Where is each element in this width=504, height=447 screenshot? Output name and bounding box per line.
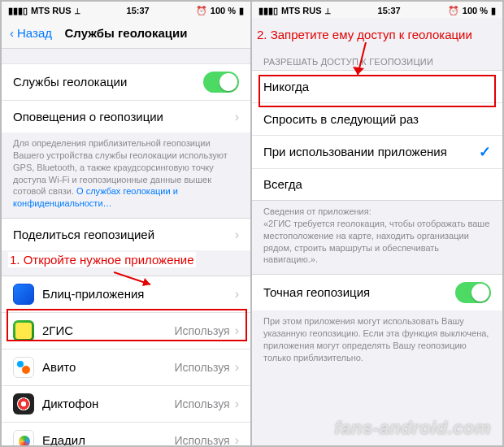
permission-option[interactable]: Никогда bbox=[252, 70, 502, 102]
app-name: Диктофон bbox=[42, 397, 174, 411]
row-precise-location[interactable]: Точная геопозиция bbox=[252, 274, 502, 310]
alarm-icon: ⏰ bbox=[196, 6, 207, 16]
option-label: Никогда bbox=[263, 80, 491, 94]
battery-label: 100 % bbox=[211, 6, 236, 15]
section-header: РАЗРЕШАТЬ ДОСТУП К ГЕОПОЗИЦИИ bbox=[252, 49, 502, 70]
permission-option[interactable]: Спросить в следующий раз bbox=[252, 102, 502, 135]
app-icon bbox=[13, 430, 34, 445]
chevron-right-icon: › bbox=[235, 360, 239, 375]
app-status: Используя bbox=[174, 434, 229, 445]
watermark: fans-android.com bbox=[334, 418, 491, 439]
wifi-icon: ⟂ bbox=[325, 6, 331, 15]
app-status: Используя bbox=[174, 324, 229, 337]
row-label: Точная геопозиция bbox=[263, 285, 455, 300]
app-name: 2ГИС bbox=[42, 323, 174, 338]
option-label: При использовании приложения bbox=[263, 145, 479, 159]
app-row[interactable]: Блиц-приложения› bbox=[2, 276, 250, 312]
row-label: Поделиться геопозицией bbox=[13, 228, 235, 242]
chevron-right-icon: › bbox=[235, 110, 239, 124]
page-title: Службы геолокации bbox=[65, 26, 188, 40]
battery-icon: ▮ bbox=[491, 6, 496, 16]
clock-label: 15:37 bbox=[127, 6, 150, 15]
carrier-label: MTS RUS bbox=[31, 6, 72, 15]
row-label: Оповещения о геопозиции bbox=[13, 110, 235, 124]
app-info-footer: Сведения от приложения: «2ГИС требуется … bbox=[252, 201, 502, 274]
row-location-alerts[interactable]: Оповещения о геопозиции › bbox=[2, 100, 250, 132]
signal-icon: ▮▮▮▯ bbox=[8, 6, 28, 16]
option-label: Всегда bbox=[263, 177, 491, 192]
carrier-label: MTS RUS bbox=[281, 6, 322, 15]
app-row[interactable]: ДиктофонИспользуя› bbox=[2, 385, 250, 422]
wifi-icon: ⟂ bbox=[75, 6, 80, 15]
back-button[interactable]: ‹ Назад bbox=[10, 26, 52, 40]
nav-bar: ‹ Назад Службы геолокации bbox=[2, 18, 250, 49]
section-footer: При этом приложения могут использовать В… bbox=[252, 310, 502, 371]
app-icon bbox=[13, 284, 34, 305]
app-row[interactable]: АвитоИспользуя› bbox=[2, 349, 250, 385]
clock-label: 15:37 bbox=[378, 6, 401, 15]
toggle-switch[interactable] bbox=[455, 282, 491, 303]
check-icon: ✓ bbox=[479, 143, 491, 161]
app-name: Блиц-приложения bbox=[42, 287, 235, 302]
chevron-right-icon: › bbox=[235, 287, 239, 302]
chevron-right-icon: › bbox=[235, 433, 239, 445]
chevron-right-icon: › bbox=[235, 397, 239, 411]
option-label: Спросить в следующий раз bbox=[263, 112, 491, 127]
section-footer: Данный iPhone используется для обмена bbox=[2, 250, 250, 276]
app-icon bbox=[13, 320, 34, 341]
chevron-left-icon: ‹ bbox=[10, 26, 14, 40]
toggle-switch[interactable] bbox=[203, 72, 239, 93]
app-status: Используя bbox=[174, 397, 229, 410]
app-icon bbox=[13, 393, 34, 414]
alarm-icon: ⏰ bbox=[448, 6, 459, 16]
app-status: Используя bbox=[174, 361, 229, 374]
row-location-services[interactable]: Службы геолокации bbox=[2, 63, 250, 100]
app-name: Авито bbox=[42, 360, 174, 375]
row-label: Службы геолокации bbox=[13, 75, 203, 89]
app-name: Едадил bbox=[42, 433, 174, 445]
chevron-right-icon: › bbox=[235, 228, 239, 242]
permission-option[interactable]: При использовании приложения✓ bbox=[252, 135, 502, 168]
app-row[interactable]: ЕдадилИспользуя› bbox=[2, 422, 250, 445]
app-icon bbox=[13, 357, 34, 378]
status-bar: ▮▮▮▯ MTS RUS ⟂ 15:37 ⏰ 100 % ▮ bbox=[252, 2, 502, 18]
permission-option[interactable]: Всегда bbox=[252, 168, 502, 201]
status-bar: ▮▮▮▯ MTS RUS ⟂ 15:37 ⏰ 100 % ▮ bbox=[2, 2, 250, 18]
section-footer: Для определения приблизительной геопозиц… bbox=[2, 132, 250, 218]
signal-icon: ▮▮▮▯ bbox=[259, 6, 278, 16]
battery-icon: ▮ bbox=[239, 6, 244, 16]
row-share-location[interactable]: Поделиться геопозицией › bbox=[2, 218, 250, 250]
battery-label: 100 % bbox=[463, 6, 488, 15]
app-row[interactable]: 2ГИСИспользуя› bbox=[2, 312, 250, 349]
chevron-right-icon: › bbox=[235, 323, 239, 338]
back-label: Назад bbox=[17, 26, 52, 40]
